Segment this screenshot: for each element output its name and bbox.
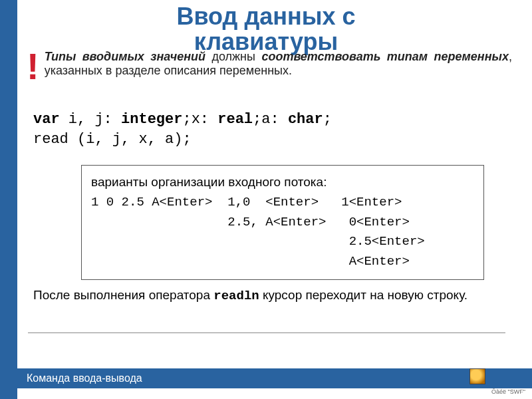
footer-logo-icon: [469, 368, 485, 384]
input-stream-box: варианты организации входного потока: 1 …: [81, 165, 484, 280]
kw-integer: integer: [121, 111, 182, 128]
after-text: После выполнения оператора readln курсор…: [33, 287, 505, 305]
after-c: курсор переходит на новую строку.: [259, 288, 467, 302]
exclamation-icon: !: [27, 50, 39, 83]
box-header: варианты организации входного потока:: [91, 172, 474, 192]
footer-title: Команда ввода-вывода: [27, 372, 142, 384]
box-row-2: 2.5, А<Enter> 0<Enter>: [91, 213, 474, 232]
kw-real: real: [217, 111, 253, 128]
footer-small-text: Ôàéë "SWF": [491, 388, 525, 395]
after-a: После выполнения оператора: [33, 288, 213, 302]
code-read-line: read (i, j, x, a);: [33, 131, 192, 148]
warning-em-2: соответствовать типам переменных: [261, 50, 509, 63]
after-readln: readln: [213, 289, 259, 303]
code-seg-4: ;: [323, 111, 332, 128]
slide-title: Ввод данных с клавиатуры: [0, 4, 532, 55]
divider-line: [28, 332, 505, 333]
box-row-3: 2.5<Enter>: [91, 232, 474, 251]
box-row-4: А<Enter>: [91, 252, 474, 271]
warning-block: ! Типы вводимых значений должны соответс…: [27, 50, 512, 83]
footer-bar: Команда ввода-вывода: [17, 368, 532, 388]
footer-left-stripe: [0, 368, 17, 399]
kw-var: var: [33, 111, 60, 128]
footer: Команда ввода-вывода Ôàéë "SWF": [0, 368, 532, 399]
box-row-1: 1 0 2.5 А<Enter> 1,0 <Enter> 1<Enter>: [91, 193, 474, 212]
warning-em-1: Типы вводимых значений: [45, 50, 205, 63]
code-seg-3: ;a:: [253, 111, 288, 128]
kw-char: char: [288, 111, 323, 128]
code-seg-2: ;x:: [182, 111, 217, 128]
warning-text: Типы вводимых значений должны соответств…: [45, 50, 512, 78]
left-accent-stripe: [0, 0, 17, 399]
code-seg-1: i, j:: [60, 111, 121, 128]
warning-plain-1: должны: [205, 50, 261, 63]
code-declaration: var i, j: integer;x: real;a: char; read …: [33, 110, 505, 149]
title-line-1: Ввод данных с: [176, 3, 355, 30]
